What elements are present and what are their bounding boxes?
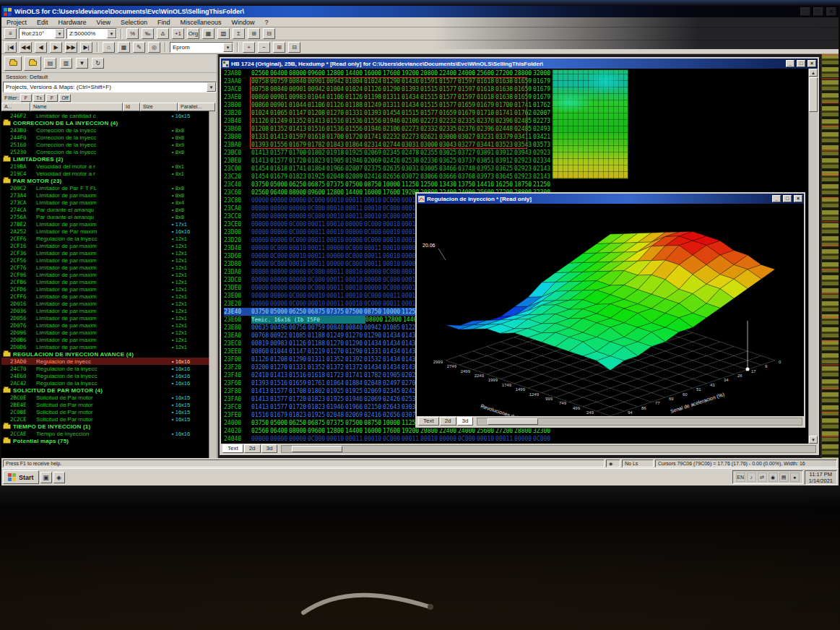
scrollbar-thumb[interactable] [809,77,818,112]
home-icon[interactable]: ⌂ [103,42,115,53]
sum-icon[interactable]: Σ [233,28,245,39]
map-row[interactable]: 24C70Regulacion de la inyecc▪ 16x16 [1,365,217,372]
map-row[interactable]: 273A4Limitador de par maxim• 8x8 [1,191,217,199]
hex-row[interactable]: 23B8001331014130159701618017000172001741… [224,133,552,141]
updates-icon[interactable]: ● [790,473,800,482]
map-colormap-preview[interactable] [552,69,628,179]
back-icon[interactable]: ◀ [35,42,47,53]
hex-row[interactable]: 23A8002560064000800009600128001440016000… [224,69,552,77]
surface-titlebar[interactable]: Regulacion de inyeccion * [Read only] _ … [417,194,804,204]
hex-row[interactable]: 23B0000860009010104401106011260118801249… [224,101,552,109]
map-row[interactable]: 2D096Limitador de par maxim• 12x1 [1,329,217,336]
hexdump-maximize-button[interactable]: □ [797,60,805,67]
map-row[interactable]: 246F2Limitador de cantidad c▪ 16x15 [1,112,217,119]
column-header-size[interactable]: Size [140,103,178,111]
security-icon[interactable]: ◉ [768,473,778,482]
hex-row[interactable]: 23C4003750050000625006875073750750008750… [224,181,552,189]
map-overview-strip[interactable] [821,54,839,458]
map-row[interactable]: 219C4Velocidad del motor a r• 8x1 [1,170,217,177]
menu-find[interactable]: Find [152,18,176,27]
menu-project[interactable]: Project [1,18,32,27]
menu-window[interactable]: Window [226,18,259,27]
map-row[interactable]: 2CF76Limitador de par maxim• 12x1 [1,264,217,271]
map-category-row[interactable]: Potential maps (75) [1,437,217,444]
open-folder-icon[interactable] [4,56,22,71]
map-category-row[interactable]: LIMITADORES (2) [1,155,217,163]
column-header-a[interactable]: A... [1,103,30,111]
menu-grip-icon[interactable]: ≡ [4,28,17,39]
hex-row[interactable]: 2402002560064000800009600128001440016000… [224,427,552,435]
window-split-icon[interactable]: ⊞ [273,42,285,53]
surface-maximize-button[interactable]: □ [783,195,792,202]
close-button[interactable]: × [826,7,836,16]
map-row[interactable]: 27BE2Limitador de par maxim▪ 17x1 [1,220,217,228]
search-icon[interactable]: ◎ [148,42,160,53]
hex-row[interactable]: 23C0001454016180174101864019660200702375… [224,165,552,173]
chevron-down-icon[interactable]: ▼ [207,82,216,92]
hex-row[interactable]: 23BE001413015770172001823019050194602069… [224,157,552,165]
hex-row[interactable]: 23C2001454016790182301925020480208902416… [224,173,552,181]
first-map-icon[interactable]: |◀ [4,42,17,53]
map-row[interactable]: 2BE4ESolicitud de Par motor▪ 16x15 [1,401,217,408]
chevron-down-icon[interactable]: ▼ [107,29,116,38]
refresh-icon[interactable]: ↻ [92,58,104,69]
taskbar-clock[interactable]: 11:17 PM 1/14/2021 [805,470,837,485]
tab-2d[interactable]: 2d [440,417,456,426]
last-map-icon[interactable]: ▶| [80,42,92,53]
map-category-row[interactable]: SOLICITUD DE PAR MOTOR (4) [1,387,217,394]
display-icon[interactable]: ▤ [779,473,789,482]
tab-text[interactable]: Text [418,417,439,426]
zoom-out-icon[interactable]: − [258,42,270,53]
hexdump-minimize-button[interactable]: _ [786,60,794,67]
window-tile-icon[interactable]: ⊞ [248,28,260,39]
map-row[interactable]: 2CFB6Limitador de par maxim• 12x1 [1,278,217,285]
hatch-view-icon[interactable]: ▧ [217,28,230,39]
map-row[interactable]: 2CF56Limitador de par maxim• 12x1 [1,256,217,264]
menu-miscellaneous[interactable]: Miscellaneous [175,18,226,27]
map-row[interactable]: 2D0B6Limitador de par maxim• 12x1 [1,336,217,343]
surface-horizontal-scrollbar[interactable] [477,418,802,426]
map-category-row[interactable]: REGULACION DE INYECCION AVANCE (4) [1,350,217,358]
map-row[interactable]: 2A252Limitador de Par maxim▪ 16x16 [1,228,217,235]
scrollbar-thumb[interactable] [488,418,538,425]
edit-icon[interactable]: ✎ [133,42,145,53]
tab-text[interactable]: Text [222,444,243,453]
map-row[interactable]: 243B0Correccion de la inyecc• 8x8 [1,126,217,134]
map-row[interactable]: 2CF96Limitador de par maxim• 12x1 [1,271,217,278]
map-row[interactable]: 2756APar durante el arranqu• 8x8 [1,213,217,220]
map-category-row[interactable]: TIEMPO DE INYECCION (1) [1,423,217,430]
surface-plot[interactable]: 2999274924992249199917491499124999974949… [417,204,804,416]
window-cascade-icon[interactable]: ⊟ [263,28,275,39]
hex-row[interactable]: 23B2001024010650114701208012700133101393… [224,109,552,117]
hex-row[interactable]: 23BC001413015770170001802019180192502069… [224,149,552,157]
eprom-combo[interactable]: Eprom▼ [170,42,233,53]
browser-icon[interactable]: ◈ [53,472,65,483]
network-icon[interactable]: ⇄ [758,473,767,482]
filter-toggle-f[interactable]: F [20,94,32,102]
map-row[interactable]: 2CEF6Regulacion de la inyecc• 12x1 [1,235,217,242]
surface-close-button[interactable]: × [794,195,802,202]
hex-row[interactable]: 23BA001393015560167901782018430186402314… [224,141,552,149]
tab-2d[interactable]: 2d [244,444,261,453]
map-category-row[interactable]: CORRECCION DE LA INYECCION (4) [1,119,217,126]
hex-row[interactable]: 23B6001208013520141301516015360155601946… [224,125,552,133]
chevron-down-icon[interactable]: ▼ [55,29,64,38]
percent-icon[interactable]: % [126,28,139,39]
map-row[interactable]: 273CALimitador de par maxim• 8x4 [1,199,217,206]
map-row[interactable]: 25160Correccion de la inyecc• 8x9 [1,141,217,148]
menu-edit[interactable]: Edit [32,18,53,27]
zoom-combo[interactable]: Z:50000%▼ [66,28,117,39]
map-row[interactable]: 274CAPar durante el arranqu• 8x8 [1,206,217,213]
details-view-icon[interactable]: ▥ [60,58,72,69]
map-row[interactable]: 200C2Limitador de Par F T FL• 8x8 [1,184,217,191]
hexdump-vertical-scrollbar[interactable]: ▲ ▼ [808,69,818,444]
chevron-down-icon[interactable]: ▼ [223,43,233,52]
map-row[interactable]: 24E60Regulacion de la inyecc▪ 16x16 [1,372,217,379]
map-row[interactable]: 2D036Limitador de par maxim• 12x1 [1,307,217,314]
window-minimize-icon[interactable]: ⊟ [288,42,300,53]
start-button[interactable]: Start [3,470,39,484]
map-row[interactable]: 2D056Limitador de par maxim• 12x1 [1,314,217,322]
map-row[interactable]: 2AC42Regulacion de la inyecc▪ 16x16 [1,379,217,387]
menu-selection[interactable]: Selection [116,18,152,27]
filter-toggle-tx[interactable]: Tx [33,94,45,102]
